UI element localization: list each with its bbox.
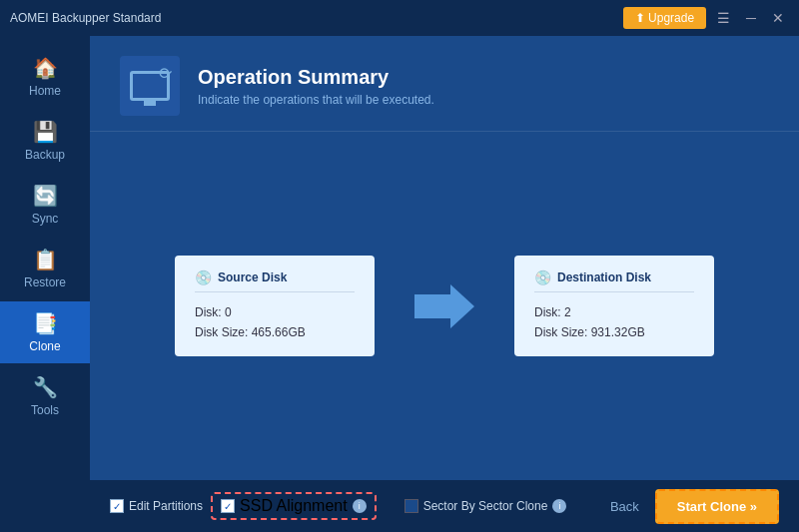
destination-disk-size: Disk Size: 931.32GB [534,322,694,342]
svg-marker-0 [414,284,474,328]
clone-icon: 📑 [33,311,58,335]
content-header: ⟳ Operation Summary Indicate the operati… [90,36,799,132]
edit-partitions-label: Edit Partitions [129,499,203,513]
app-title: AOMEI Backupper Standard [10,11,161,25]
menu-icon[interactable]: ☰ [712,8,735,28]
edit-partitions-check-icon: ✓ [110,499,124,513]
minimize-icon[interactable]: ─ [741,8,761,28]
sidebar-item-tools[interactable]: 🔧 Tools [0,365,90,427]
titlebar: AOMEI Backupper Standard ⬆ Upgrade ☰ ─ ✕ [0,0,799,36]
page-subtitle: Indicate the operations that will be exe… [198,93,434,107]
home-icon: 🏠 [33,56,58,80]
footer-right: Back Start Clone » [610,489,779,524]
clone-symbol-icon: ⟳ [159,64,172,83]
header-icon-box: ⟳ [120,56,180,116]
source-disk-number: Disk: 0 [195,302,355,322]
tools-icon: 🔧 [33,375,58,399]
source-disk-card: 💿 Source Disk Disk: 0 Disk Size: 465.66G… [175,256,375,357]
destination-disk-card: 💿 Destination Disk Disk: 2 Disk Size: 93… [514,256,714,357]
ssd-alignment-label: SSD Alignment [240,497,348,515]
sidebar-label-clone: Clone [29,339,60,353]
sector-clone-label: Sector By Sector Clone [423,499,548,513]
arrow-container [414,284,474,328]
start-clone-button[interactable]: Start Clone » [655,489,779,524]
destination-disk-info: Disk: 2 Disk Size: 931.32GB [534,302,694,343]
backup-icon: 💾 [33,120,58,144]
ssd-alignment-box[interactable]: ✓ SSD Alignment i [211,492,377,520]
ssd-info-icon[interactable]: i [353,499,367,513]
destination-disk-number: Disk: 2 [534,302,694,322]
sidebar: 🏠 Home 💾 Backup 🔄 Sync 📋 Restore 📑 Clone… [0,36,90,532]
sector-clone-check-icon [404,499,418,513]
ssd-alignment-check-icon: ✓ [221,499,235,513]
content-area: ⟳ Operation Summary Indicate the operati… [90,36,799,532]
back-button[interactable]: Back [610,499,639,514]
sidebar-item-home[interactable]: 🏠 Home [0,46,90,108]
close-icon[interactable]: ✕ [767,8,789,28]
sidebar-label-sync: Sync [32,212,59,226]
edit-partitions-checkbox[interactable]: ✓ Edit Partitions [110,499,203,513]
sidebar-label-tools: Tools [31,403,59,417]
source-disk-icon: 💿 [195,269,212,285]
center-area: 💿 Source Disk Disk: 0 Disk Size: 465.66G… [90,132,799,480]
sidebar-label-home: Home [29,84,61,98]
page-title: Operation Summary [198,66,434,89]
sidebar-item-restore[interactable]: 📋 Restore [0,238,90,299]
sidebar-label-backup: Backup [25,148,65,162]
restore-icon: 📋 [33,248,58,271]
sync-icon: 🔄 [33,184,58,208]
sidebar-item-sync[interactable]: 🔄 Sync [0,174,90,236]
footer: ✓ Edit Partitions ✓ SSD Alignment i Sect… [90,480,799,532]
destination-disk-icon: 💿 [534,269,551,285]
upgrade-button[interactable]: ⬆ Upgrade [623,7,706,29]
footer-left: ✓ Edit Partitions ✓ SSD Alignment i Sect… [110,492,610,520]
sidebar-item-backup[interactable]: 💾 Backup [0,110,90,172]
source-disk-info: Disk: 0 Disk Size: 465.66GB [195,302,355,343]
sidebar-item-clone[interactable]: 📑 Clone [0,301,90,363]
destination-disk-title: 💿 Destination Disk [534,269,694,292]
sidebar-label-restore: Restore [24,275,66,289]
main-layout: 🏠 Home 💾 Backup 🔄 Sync 📋 Restore 📑 Clone… [0,36,799,532]
header-text: Operation Summary Indicate the operation… [198,66,434,107]
titlebar-controls: ⬆ Upgrade ☰ ─ ✕ [623,7,789,29]
sector-clone-checkbox[interactable]: Sector By Sector Clone i [404,499,567,513]
source-disk-title: 💿 Source Disk [195,269,355,292]
source-disk-size: Disk Size: 465.66GB [195,322,355,342]
arrow-right-icon [414,284,474,328]
sector-clone-info-icon[interactable]: i [552,499,566,513]
